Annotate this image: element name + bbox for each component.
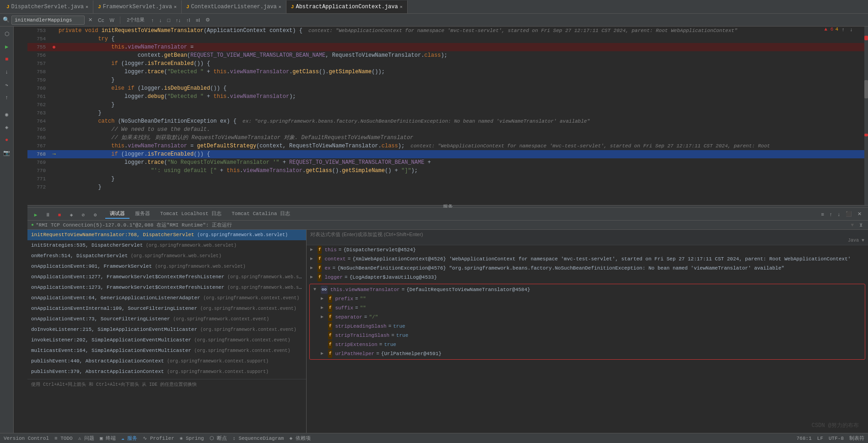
stack-frame-1[interactable]: initStrategies:535, DispatcherServlet (o… xyxy=(27,240,306,251)
stack-frame-3[interactable]: onApplicationEvent:901, FrameworkServlet… xyxy=(27,261,306,272)
expand-icon[interactable]: ▶ xyxy=(310,246,316,254)
filter-frames-button[interactable]: ≡ xyxy=(819,210,826,218)
stack-frame-12[interactable]: publishEvent:440, AbstractApplicationCon… xyxy=(27,356,306,367)
restore-button[interactable]: ⬛ xyxy=(844,210,854,218)
terminal-button[interactable]: ▣ 终端 xyxy=(100,435,116,442)
expand-icon[interactable]: ▶ xyxy=(321,313,326,321)
word-button[interactable]: W xyxy=(108,16,116,24)
var-urlpathhelper[interactable]: ▶ f urlPathHelper = {UrlPathHelper@4591} xyxy=(310,349,865,358)
sidebar-stepout-button[interactable]: ↑ xyxy=(1,92,12,103)
stack-frame-9[interactable]: doInvokeListener:215, SimpleApplicationE… xyxy=(27,324,306,335)
sidebar-run-button[interactable]: ▶ xyxy=(1,41,12,52)
sidebar-breakpoint-button[interactable]: ● xyxy=(1,135,12,146)
expand-icon[interactable]: ▶ xyxy=(321,304,326,312)
sidebar-bookmark-button[interactable]: ◈ xyxy=(1,122,12,133)
version-control[interactable]: Version Control xyxy=(4,436,49,441)
deps-button[interactable]: ◈ 依赖项 xyxy=(289,435,310,442)
sequence-button[interactable]: ↕ SequenceDiagram xyxy=(232,436,284,441)
tab-close[interactable]: ✕ xyxy=(86,4,88,10)
java-icon: J xyxy=(291,4,294,10)
filter-vars-button[interactable]: ⊻ xyxy=(857,222,864,228)
expand-icon[interactable]: ▶ xyxy=(310,273,316,281)
expand-icon[interactable]: ▶ xyxy=(310,255,316,263)
sidebar-stop-button[interactable]: ■ xyxy=(1,54,12,65)
search-box[interactable]: initHandlerMappings xyxy=(11,16,85,25)
stack-frame-active[interactable]: initRequestToViewNameTranslator:768, Dis… xyxy=(27,230,306,240)
stack-frame-4[interactable]: onApplicationEvent:1277, FrameworkServle… xyxy=(27,272,306,282)
var-context[interactable]: ▶ f context = {XmlWebApplicationContext@… xyxy=(307,254,868,264)
settings-debug-button[interactable]: ⚙ xyxy=(90,210,101,221)
line-sep[interactable]: LF xyxy=(817,436,823,441)
toggle3-button[interactable]: ≡I xyxy=(194,16,202,24)
toggle2-button[interactable]: ↑I xyxy=(184,16,192,24)
stack-frame-10[interactable]: invokeListener:202, SimpleApplicationEve… xyxy=(27,335,306,346)
breakpoints-button[interactable]: ⬡ 断点 xyxy=(210,435,227,442)
tab-close[interactable]: ✕ xyxy=(174,4,177,10)
tab-contextloaderlistener[interactable]: J ContextLoaderListener.java ✕ xyxy=(182,0,286,13)
sidebar-more-button[interactable]: ◉ xyxy=(1,109,12,120)
tab-debugger[interactable]: 调试器 xyxy=(105,209,129,219)
encoding[interactable]: UTF-8 xyxy=(829,436,844,441)
tab-close[interactable]: ✕ xyxy=(279,4,281,10)
stack-frame-8[interactable]: onApplicationEvent:73, SourceFilteringLi… xyxy=(27,314,306,324)
tab-server[interactable]: 服务器 xyxy=(130,209,155,219)
expand-icon[interactable]: ▶ xyxy=(321,295,326,303)
code-line-763: 763 } xyxy=(27,109,868,117)
filter-button[interactable]: □ xyxy=(165,16,172,24)
stack-frame-6[interactable]: onApplicationEvent:64, GenericApplicatio… xyxy=(27,293,306,303)
stack-frame-2[interactable]: onRefresh:514, DispatcherServlet (org.sp… xyxy=(27,251,306,261)
tab-close[interactable]: ✕ xyxy=(400,4,403,10)
settings-button[interactable]: ⚙ xyxy=(204,16,212,24)
tab-tomcat-catalina[interactable]: Tomcat Catalina 日志 xyxy=(227,209,295,219)
profiler-button[interactable]: ∿ Profiler xyxy=(143,435,174,441)
var-stripextension[interactable]: f stripExtension = true xyxy=(310,340,865,349)
clear-search-button[interactable]: ✕ xyxy=(86,16,94,24)
editor-scrollbar[interactable] xyxy=(864,27,868,205)
sidebar-camera-button[interactable]: 📷 xyxy=(1,147,12,158)
stack-frame-5[interactable]: onApplicationEvent:1273, FrameworkServle… xyxy=(27,282,306,293)
sidebar-debug-button[interactable]: ⬡ xyxy=(1,28,12,39)
tab-tomcat-localhost[interactable]: Tomcat Localhost 日志 xyxy=(156,209,226,219)
var-viewname-translator[interactable]: ▼ oo this.viewNameTranslator = {DefaultR… xyxy=(310,285,865,294)
view-breakpoints-button[interactable]: ◈ xyxy=(66,210,77,221)
stack-frame-11[interactable]: multicastEvent:164, SimpleApplicationEve… xyxy=(27,346,306,356)
var-type-badge: f xyxy=(328,331,332,340)
mute-breakpoints-button[interactable]: ⊘ xyxy=(78,210,89,221)
services-button[interactable]: ☁ 服务 xyxy=(121,435,137,442)
next-result-button[interactable]: ↓ xyxy=(157,16,164,24)
resume-button[interactable]: ▶ xyxy=(30,210,41,221)
tab-dispatcherservlet[interactable]: J DispatcherServlet.java ✕ xyxy=(2,0,93,13)
var-suffix[interactable]: ▶ f suffix = "" xyxy=(310,303,865,313)
expand-icon[interactable]: ▼ xyxy=(313,286,319,294)
prev-result-button[interactable]: ↑ xyxy=(149,16,156,24)
pause-button[interactable]: ⏸ xyxy=(42,210,53,221)
sidebar-stepover-button[interactable]: ↷ xyxy=(1,80,12,91)
expand-icon[interactable]: ▶ xyxy=(310,264,316,272)
close-panel-button[interactable]: ✕ xyxy=(856,210,863,218)
spring-button[interactable]: ❀ Spring xyxy=(180,435,204,441)
var-ex[interactable]: ▶ f ex = {NoSuchBeanDefinitionException@… xyxy=(307,264,868,273)
var-separator[interactable]: ▶ f separator = "/" xyxy=(310,313,865,322)
var-logger[interactable]: ▶ f logger = {LogAdapter$JavaUtilLog@453… xyxy=(307,273,868,282)
stop-debug-button[interactable]: ■ xyxy=(54,210,65,221)
eval-input[interactable] xyxy=(310,232,864,237)
var-this[interactable]: ▶ f this = {DispatcherServlet@4524} xyxy=(307,245,868,254)
var-name: suffix xyxy=(335,304,353,312)
var-striptrailingslash[interactable]: f stripTrailingSlash = true xyxy=(310,331,865,340)
indent[interactable]: 制表符 xyxy=(849,435,864,442)
problems-button[interactable]: ⚠ 问题 xyxy=(78,435,94,442)
tab-frameworkservlet[interactable]: J FrameworkServlet.java ✕ xyxy=(93,0,182,13)
collapse-button[interactable]: ↓ xyxy=(836,210,842,218)
scroll-thumb[interactable] xyxy=(864,80,868,98)
stack-frame-7[interactable]: onApplicationEventInternal:109, SourceFi… xyxy=(27,303,306,314)
sidebar-step-button[interactable]: ↓ xyxy=(1,67,12,78)
stack-frame-13[interactable]: publishEvent:379, AbstractApplicationCon… xyxy=(27,367,306,377)
tab-abstractapplicationcontext[interactable]: J AbstractApplicationContext.java ✕ xyxy=(286,0,408,13)
var-prefix[interactable]: ▶ f prefix = "" xyxy=(310,294,865,303)
expand-icon[interactable]: ▶ xyxy=(321,350,326,358)
expand-button[interactable]: ↑ xyxy=(828,210,834,218)
case-button[interactable]: Cc xyxy=(96,16,106,24)
var-stripleadingslash[interactable]: f stripLeadingSlash = true xyxy=(310,322,865,331)
toggle1-button[interactable]: ↑↓ xyxy=(174,16,183,24)
todo-button[interactable]: ≡ TODO xyxy=(54,436,73,441)
